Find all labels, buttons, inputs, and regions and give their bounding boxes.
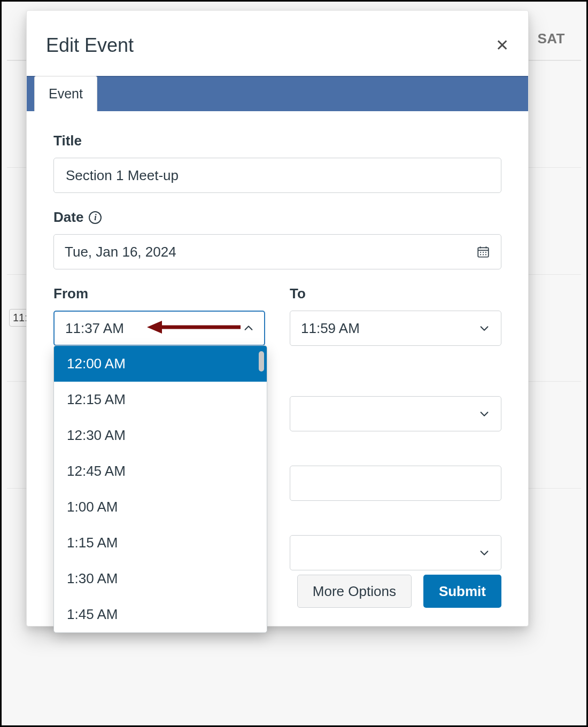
calendar-icon [476, 245, 490, 259]
tab-event[interactable]: Event [34, 76, 97, 111]
submit-label: Submit [439, 583, 486, 600]
more-options-button[interactable]: More Options [297, 575, 412, 608]
edit-event-modal: Edit Event ✕ Event Title Date i [26, 10, 529, 627]
from-label: From [53, 285, 265, 302]
chevron-up-icon [243, 322, 254, 334]
title-input[interactable] [53, 158, 501, 193]
info-icon[interactable]: i [89, 211, 102, 224]
from-time-dropdown[interactable]: 12:00 AM 12:15 AM 12:30 AM 12:45 AM 1:00… [53, 345, 267, 633]
svg-point-4 [480, 252, 481, 253]
date-input[interactable]: Tue, Jan 16, 2024 [53, 234, 501, 269]
to-time-input[interactable]: 11:59 AM [290, 311, 501, 346]
svg-point-7 [480, 254, 481, 255]
date-label: Date [53, 209, 83, 226]
close-icon[interactable]: ✕ [496, 37, 509, 53]
time-option[interactable]: 1:30 AM [54, 561, 267, 597]
hidden-input-1[interactable] [290, 466, 501, 501]
time-option[interactable]: 12:00 AM [54, 346, 267, 382]
to-time-value: 11:59 AM [301, 320, 360, 337]
time-option[interactable]: 12:30 AM [54, 417, 267, 453]
title-input-field[interactable] [65, 167, 490, 184]
from-time-field[interactable] [64, 320, 243, 337]
time-option[interactable]: 1:15 AM [54, 525, 267, 561]
time-option[interactable]: 12:45 AM [54, 453, 267, 489]
to-label: To [290, 285, 501, 302]
svg-point-9 [485, 254, 486, 255]
more-options-label: More Options [313, 583, 396, 600]
time-option[interactable]: 1:45 AM [54, 597, 267, 632]
svg-point-5 [483, 252, 484, 253]
chevron-down-icon [478, 322, 490, 334]
scrollbar-thumb[interactable] [259, 351, 264, 372]
time-option[interactable]: 12:15 AM [54, 382, 267, 417]
tab-event-label: Event [49, 86, 83, 102]
svg-point-8 [483, 254, 484, 255]
modal-title: Edit Event [46, 34, 134, 57]
chevron-down-icon [478, 408, 490, 420]
title-label: Title [53, 133, 501, 149]
hidden-select-1[interactable] [290, 396, 501, 431]
submit-button[interactable]: Submit [423, 575, 501, 608]
chevron-down-icon [478, 547, 490, 559]
tab-bar: Event [27, 76, 528, 111]
time-option[interactable]: 1:00 AM [54, 489, 267, 525]
hidden-select-2[interactable] [290, 535, 501, 570]
date-value: Tue, Jan 16, 2024 [65, 244, 176, 260]
from-time-input[interactable] [53, 311, 265, 346]
svg-point-6 [485, 252, 486, 253]
